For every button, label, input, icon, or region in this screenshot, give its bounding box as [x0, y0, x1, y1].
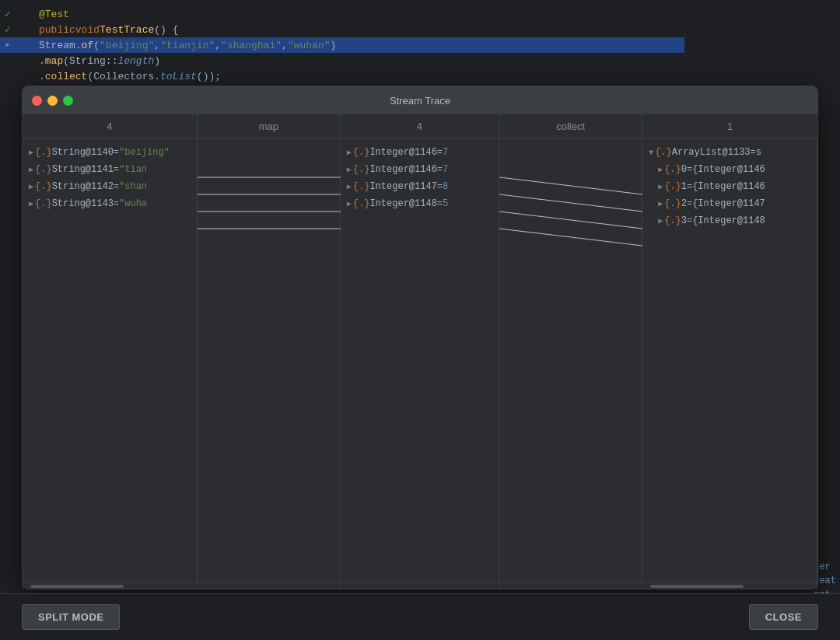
obj-brace: {.}: [664, 181, 681, 192]
list-item[interactable]: ▶ {.} Integer@1146 = 7: [341, 144, 499, 161]
comma3: ,: [282, 40, 288, 51]
expand-arrow: ▶: [347, 182, 352, 191]
chevron-down-icon: ▼: [649, 149, 653, 157]
obj-eq: =: [437, 181, 443, 192]
window-minimize-button[interactable]: [47, 96, 58, 106]
obj-val: {Integer@1147: [692, 198, 765, 209]
col-5-scrollbar-thumb: [650, 585, 744, 588]
window-controls: [32, 96, 73, 106]
col-header-3: 4: [341, 114, 499, 138]
code-editor: ✓ @Test ✓ public void TestTrace () { ➤ S…: [0, 0, 840, 88]
kw-collect-dot: .: [39, 71, 45, 82]
list-item[interactable]: ▶ {.} Integer@1147 = 8: [341, 178, 499, 195]
col-2-items: [198, 139, 340, 582]
list-item[interactable]: ▶ {.} Integer@1148 = 5: [341, 195, 499, 212]
col-5-scrollbar-area[interactable]: [642, 582, 817, 589]
col-header-2: map: [198, 114, 341, 138]
comma1: ,: [154, 40, 160, 51]
col-4-items: [499, 139, 642, 582]
kw-collect: collect: [45, 71, 88, 82]
obj-name: 1: [681, 181, 687, 192]
obj-eq: =: [751, 147, 756, 158]
list-item[interactable]: ▶ {.} String@1142 = "shan: [23, 178, 197, 195]
close-button[interactable]: CLOSE: [749, 604, 818, 630]
obj-eq: =: [687, 164, 692, 175]
obj-name: String@1141: [52, 164, 114, 175]
col-header-1: 4: [23, 114, 198, 138]
obj-val: {Integer@1146: [692, 181, 765, 192]
dialog-title: Stream Trace: [390, 95, 450, 107]
code-line-3: ➤ Stream.of("beijing","tianjin","shangha…: [0, 37, 684, 53]
check-icon-2: ✓: [5, 24, 10, 36]
obj-val: "shan: [119, 181, 147, 192]
expand-arrow: ▶: [29, 182, 33, 191]
obj-name: 2: [681, 198, 687, 209]
expand-arrow: ▶: [658, 216, 663, 226]
obj-brace: {.}: [664, 215, 681, 226]
obj-name: 0: [681, 164, 687, 175]
list-item[interactable]: ▶ {.} 2 = {Integer@1147: [642, 195, 817, 212]
obj-name: Integer@1146: [369, 164, 436, 175]
s4: "wuhan": [288, 40, 331, 51]
list-item[interactable]: ▶ {.} 0 = {Integer@1146: [642, 161, 817, 178]
list-item[interactable]: ▶ {.} 3 = {Integer@1148: [642, 212, 817, 229]
window-maximize-button[interactable]: [63, 96, 73, 106]
list-item[interactable]: ▼ {.} ArrayList@1133 = s: [642, 144, 817, 161]
col-4-scrollbar-area: [499, 582, 642, 589]
comma2: ,: [215, 40, 221, 51]
kw-map-dot: .: [39, 55, 45, 67]
expand-arrow: ▶: [29, 165, 33, 174]
obj-val: {Integer@1148: [692, 215, 765, 226]
code-line-4: .map(String::length): [0, 53, 840, 68]
obj-eq: =: [687, 181, 692, 192]
list-item[interactable]: ▶ {.} Integer@1146 = 7: [341, 161, 499, 178]
column-2: [198, 139, 341, 589]
obj-val: "beijing": [119, 147, 170, 158]
split-mode-button[interactable]: SPLIT MODE: [22, 604, 120, 630]
expand-arrow: ▶: [658, 182, 663, 191]
obj-name: Integer@1148: [369, 198, 436, 209]
obj-brace: {.}: [35, 147, 52, 158]
obj-val: 7: [443, 147, 448, 158]
obj-brace: {.}: [353, 147, 370, 158]
expand-arrow: ▶: [658, 199, 663, 208]
obj-val: s: [756, 147, 761, 158]
column-3: ▶ {.} Integer@1146 = 7 ▶ {.} Integer@114…: [341, 139, 499, 589]
obj-brace: {.}: [353, 181, 370, 192]
kw-testname: TestTrace: [100, 24, 154, 36]
col-1-scrollbar-area[interactable]: [23, 582, 197, 589]
stream-trace-dialog: Stream Trace 4 map 4 collect 1 ▶ {.} Str…: [22, 86, 818, 589]
obj-brace: {.}: [664, 198, 681, 209]
bottom-toolbar: SPLIT MODE CLOSE: [0, 593, 840, 640]
collect-paren-close: ());: [197, 71, 221, 82]
columns-header: 4 map 4 collect 1: [23, 114, 817, 139]
col-1-scrollbar-thumb: [30, 585, 124, 588]
obj-eq: =: [437, 147, 443, 158]
code-line-1: ✓ @Test: [0, 6, 840, 22]
expand-arrow: ▶: [347, 165, 352, 174]
arrow-icon: ➤: [5, 40, 10, 51]
list-item[interactable]: ▶ {.} 1 = {Integer@1146: [642, 178, 817, 195]
columns-body: ▶ {.} String@1140 = "beijing" ▶ {.} Stri…: [23, 139, 817, 589]
kw-tolist: toList: [160, 71, 197, 82]
col-1-items: ▶ {.} String@1140 = "beijing" ▶ {.} Stri…: [23, 139, 197, 582]
list-item[interactable]: ▶ {.} String@1140 = "beijing": [23, 144, 197, 161]
list-item[interactable]: ▶ {.} String@1141 = "tian: [23, 161, 197, 178]
obj-eq: =: [114, 181, 119, 192]
column-4: [499, 139, 642, 589]
window-close-button[interactable]: [32, 96, 42, 106]
col-header-5: 1: [642, 114, 817, 138]
obj-val: "tian: [119, 164, 147, 175]
map-paren: (String::: [63, 55, 117, 67]
obj-val: 7: [443, 164, 448, 175]
map-paren-close: ): [154, 55, 160, 67]
dialog-titlebar: Stream Trace: [23, 86, 817, 114]
obj-brace: {.}: [353, 164, 370, 175]
obj-eq: =: [437, 198, 443, 209]
list-item[interactable]: ▶ {.} String@1143 = "wuha: [23, 195, 197, 212]
s1: "beijing": [100, 40, 154, 51]
obj-name: String@1143: [52, 198, 114, 209]
s2: "tianjin": [160, 40, 215, 51]
expand-arrow: ▶: [29, 199, 33, 208]
collect-paren: (Collectors.: [87, 71, 160, 82]
